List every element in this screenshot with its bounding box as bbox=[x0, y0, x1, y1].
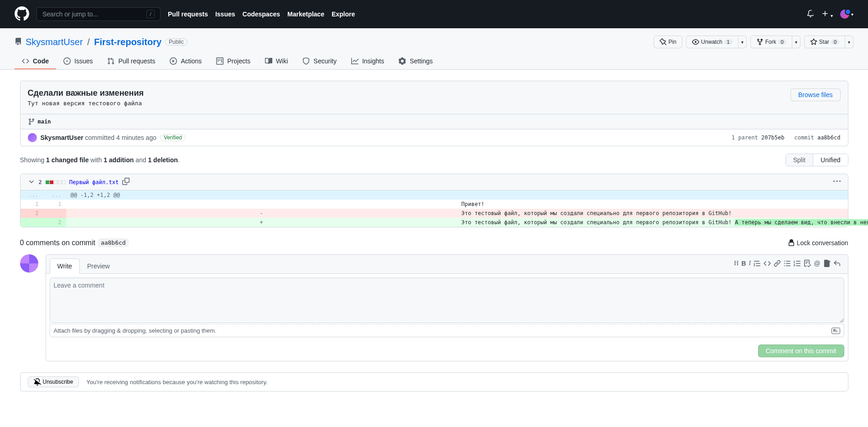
star-dropdown-button[interactable]: ▾ bbox=[845, 36, 853, 48]
file-name-link[interactable]: Первый файл.txt bbox=[69, 179, 119, 185]
comments-sha-badge: aa8b6cd bbox=[98, 238, 129, 247]
comments-header: 0 comments on commit aa8b6cd Lock conver… bbox=[20, 238, 848, 247]
star-button-group: Star 0 ▾ bbox=[804, 36, 853, 48]
tab-pulls[interactable]: Pull requests bbox=[100, 54, 162, 69]
hunk-header: ......@@ -1,2 +1,2 @@ bbox=[21, 190, 848, 200]
gear-icon bbox=[399, 57, 406, 65]
fork-button[interactable]: Fork 0 bbox=[750, 36, 792, 48]
notifications-icon[interactable] bbox=[807, 10, 814, 19]
commit-meta: 1 parent 207b5eb commit aa8b6cd bbox=[732, 134, 840, 141]
tab-wiki[interactable]: Wiki bbox=[258, 54, 295, 69]
pin-button[interactable]: Pin bbox=[654, 36, 682, 48]
unsubscribe-button[interactable]: Unsubscribe bbox=[28, 376, 79, 387]
play-icon bbox=[170, 57, 177, 65]
watch-dropdown-button[interactable]: ▾ bbox=[738, 36, 747, 48]
github-logo[interactable] bbox=[15, 6, 29, 22]
split-view-button[interactable]: Split bbox=[786, 154, 813, 166]
browse-files-button[interactable]: Browse files bbox=[790, 88, 840, 101]
repo-name-link[interactable]: First-repository bbox=[94, 37, 161, 47]
commit-description: Тут новая версия тестового файла bbox=[28, 100, 144, 107]
repo-owner-link[interactable]: SkysmartUser bbox=[26, 37, 83, 47]
file-header: 2 Первый файл.txt bbox=[21, 174, 848, 190]
copy-path-button[interactable] bbox=[122, 178, 130, 186]
diff-line-addition[interactable]: 2+Это тестовый файл, который мы создали … bbox=[21, 218, 848, 227]
code-button[interactable] bbox=[764, 260, 771, 268]
caret-down-icon: ▾ bbox=[795, 40, 797, 45]
nav-marketplace[interactable]: Marketplace bbox=[287, 10, 324, 18]
cross-reference-button[interactable] bbox=[823, 260, 831, 268]
verified-badge[interactable]: Verified bbox=[160, 134, 186, 141]
tab-insights[interactable]: Insights bbox=[344, 54, 391, 69]
code-icon bbox=[22, 57, 29, 65]
tab-issues[interactable]: Issues bbox=[56, 54, 100, 69]
commit-sha: aa8b6cd bbox=[817, 134, 841, 141]
quote-button[interactable] bbox=[754, 260, 761, 268]
tab-security[interactable]: Security bbox=[295, 54, 344, 69]
nav-issues[interactable]: Issues bbox=[215, 10, 235, 18]
search-input[interactable]: Search or jump to... / bbox=[36, 7, 161, 21]
unordered-list-button[interactable] bbox=[784, 260, 791, 268]
tab-settings[interactable]: Settings bbox=[391, 54, 440, 69]
comment-submit-button[interactable]: Comment on this commit bbox=[758, 345, 844, 357]
italic-button[interactable]: I bbox=[749, 260, 751, 268]
author-avatar[interactable] bbox=[28, 133, 37, 142]
current-user-avatar[interactable] bbox=[20, 254, 38, 273]
tab-actions[interactable]: Actions bbox=[162, 54, 209, 69]
tab-projects[interactable]: Projects bbox=[209, 54, 258, 69]
nav-explore[interactable]: Explore bbox=[332, 10, 355, 18]
lock-icon bbox=[788, 239, 795, 247]
caret-down-icon: ▾ bbox=[848, 40, 850, 45]
preview-tab[interactable]: Preview bbox=[80, 259, 117, 273]
comment-box: Write Preview H B I @ bbox=[46, 254, 848, 361]
nav-pulls[interactable]: Pull requests bbox=[168, 10, 208, 18]
repo-icon bbox=[15, 38, 22, 46]
eye-icon bbox=[692, 38, 699, 46]
reply-button[interactable] bbox=[833, 260, 841, 268]
diff-line-deletion[interactable]: 2-Это тестовый файл, который мы создали … bbox=[21, 209, 848, 218]
comment-textarea[interactable] bbox=[50, 278, 844, 323]
diff-view-toggle: Split Unified bbox=[785, 154, 848, 166]
search-placeholder: Search or jump to... bbox=[42, 10, 98, 18]
repo-separator: / bbox=[87, 37, 90, 47]
main-container: Сделали важные изменения Тут новая верси… bbox=[5, 70, 863, 402]
avatar bbox=[840, 10, 849, 19]
diff-line-context[interactable]: 11 Привет! bbox=[21, 200, 848, 209]
parent-sha-link[interactable]: 207b5eb bbox=[761, 134, 785, 141]
nav-codespaces[interactable]: Codespaces bbox=[243, 10, 280, 18]
author-row: SkysmartUser committed 4 minutes ago Ver… bbox=[21, 129, 848, 146]
unified-view-button[interactable]: Unified bbox=[813, 154, 848, 166]
plus-dropdown[interactable]: ▾ bbox=[821, 10, 833, 19]
star-button[interactable]: Star 0 bbox=[804, 36, 845, 48]
commit-title: Сделали важные изменения bbox=[28, 88, 144, 98]
tab-code[interactable]: Code bbox=[15, 54, 56, 69]
collapse-toggle[interactable] bbox=[28, 178, 35, 186]
branch-name[interactable]: main bbox=[38, 118, 51, 125]
ordered-list-button[interactable] bbox=[794, 260, 801, 268]
unwatch-button[interactable]: Unwatch 1 bbox=[686, 36, 738, 48]
write-tab[interactable]: Write bbox=[50, 258, 80, 274]
header-right: ▾ ▾ bbox=[807, 10, 853, 19]
heading-button[interactable]: H bbox=[734, 260, 738, 268]
link-button[interactable] bbox=[774, 260, 781, 268]
file-change-count: 2 bbox=[39, 179, 42, 185]
task-list-button[interactable] bbox=[804, 260, 811, 268]
mention-button[interactable]: @ bbox=[814, 260, 820, 268]
attach-files-hint[interactable]: Attach files by dragging & dropping, sel… bbox=[50, 324, 844, 337]
commit-summary-box: Сделали важные изменения Тут новая верси… bbox=[20, 81, 848, 146]
lock-conversation-button[interactable]: Lock conversation bbox=[788, 239, 848, 247]
fork-dropdown-button[interactable]: ▾ bbox=[792, 36, 800, 48]
file-menu-button[interactable] bbox=[833, 178, 841, 186]
fork-icon bbox=[756, 38, 764, 46]
author-name[interactable]: SkysmartUser bbox=[41, 134, 83, 141]
diff-stats-text: Showing 1 changed file with 1 addition a… bbox=[20, 156, 180, 164]
bold-button[interactable]: B bbox=[741, 260, 746, 268]
repo-header: SkysmartUser / First-repository Public P… bbox=[0, 28, 868, 70]
user-menu[interactable]: ▾ bbox=[840, 10, 853, 19]
shield-icon bbox=[302, 57, 310, 65]
diff-stats-row: Showing 1 changed file with 1 addition a… bbox=[20, 154, 848, 166]
subscription-row: Unsubscribe You're receiving notificatio… bbox=[20, 372, 848, 391]
file-diff: 2 Первый файл.txt ......@@ -1,2 +1,2 @@ … bbox=[20, 174, 848, 227]
pr-icon bbox=[107, 57, 114, 65]
markdown-icon[interactable]: M↓ bbox=[832, 328, 840, 334]
global-header: Search or jump to... / Pull requests Iss… bbox=[0, 0, 868, 28]
